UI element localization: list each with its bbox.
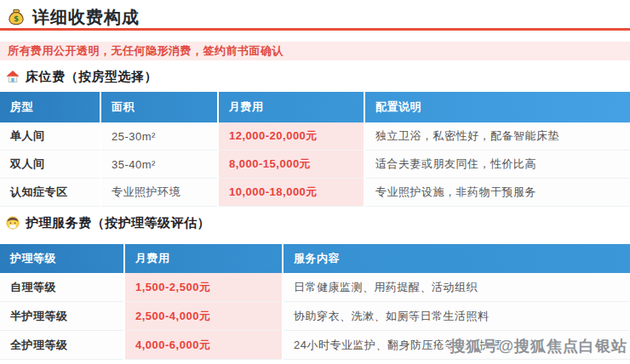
- table-row: 半护理等级2,500-4,000元协助穿衣、洗漱、如厕等日常生活照料: [0, 302, 630, 331]
- column-header: 房型: [0, 92, 100, 122]
- cell: 双人间: [0, 151, 100, 179]
- cell: 专业照护设施，非药物干预服务: [364, 179, 630, 207]
- cell: 独立卫浴，私密性好，配备智能床垫: [364, 122, 630, 151]
- fee-cell: 12,000-20,000元: [218, 122, 364, 151]
- table-header-row: 房型面积月费用配置说明: [0, 92, 630, 122]
- cell: 适合夫妻或朋友同住，性价比高: [364, 151, 630, 179]
- section-heading-label: 护理服务费（按护理等级评估）: [26, 215, 210, 231]
- column-header: 配置说明: [364, 92, 630, 122]
- house-icon: [5, 69, 20, 84]
- table-row: 认知症专区专业照护环境10,000-18,000元专业照护设施，非药物干预服务: [0, 179, 630, 207]
- cell: 半护理等级: [0, 302, 124, 331]
- cell: 单人间: [0, 122, 100, 151]
- fee-cell: 4,000-6,000元: [124, 331, 283, 360]
- column-header: 护理等级: [0, 244, 124, 273]
- table-row: 自理等级1,500-2,500元日常健康监测、用药提醒、活动组织: [0, 273, 630, 302]
- notice-banner: 所有费用公开透明，无任何隐形消费，签约前书面确认: [0, 42, 630, 60]
- table-row: 双人间35-40m²8,000-15,000元适合夫妻或朋友同住，性价比高: [0, 151, 630, 179]
- bed-fee-heading: 床位费（按房型选择）: [5, 67, 630, 86]
- svg-text:$: $: [14, 14, 19, 23]
- cell: 专业照护环境: [100, 179, 218, 207]
- fee-cell: 1,500-2,500元: [124, 273, 283, 302]
- nurse-face-icon: [5, 215, 20, 230]
- bed-fee-section: 床位费（按房型选择） 房型面积月费用配置说明单人间25-30m²12,000-2…: [0, 67, 630, 207]
- section-heading-label: 床位费（按房型选择）: [26, 69, 158, 85]
- article-fragment: $ 详细收费构成 所有费用公开透明，无任何隐形消费，签约前书面确认 床位费（按房…: [0, 0, 630, 360]
- fee-cell: 10,000-18,000元: [218, 179, 364, 207]
- money-bag-icon: $: [7, 8, 26, 26]
- column-header: 月费用: [218, 92, 364, 122]
- table-header-row: 护理等级月费用服务内容: [0, 244, 630, 273]
- page-title: 详细收费构成: [32, 6, 140, 29]
- column-header: 面积: [100, 92, 218, 122]
- fee-cell: 2,500-4,000元: [124, 302, 283, 331]
- care-fee-heading: 护理服务费（按护理等级评估）: [5, 213, 630, 232]
- bed-fee-table: 房型面积月费用配置说明单人间25-30m²12,000-20,000元独立卫浴，…: [0, 92, 630, 207]
- page-header: $ 详细收费构成: [0, 0, 630, 31]
- cell: 25-30m²: [100, 122, 218, 151]
- watermark: 搜狐号@搜狐焦点白银站: [450, 336, 627, 356]
- column-header: 服务内容: [283, 244, 630, 273]
- cell: 自理等级: [0, 273, 124, 302]
- column-header: 月费用: [124, 244, 283, 273]
- cell: 35-40m²: [100, 151, 218, 179]
- cell: 日常健康监测、用药提醒、活动组织: [283, 273, 630, 302]
- fee-cell: 8,000-15,000元: [218, 151, 364, 179]
- cell: 全护理等级: [0, 331, 124, 360]
- table-row: 单人间25-30m²12,000-20,000元独立卫浴，私密性好，配备智能床垫: [0, 122, 630, 151]
- cell: 认知症专区: [0, 179, 100, 207]
- cell: 协助穿衣、洗漱、如厕等日常生活照料: [283, 302, 630, 331]
